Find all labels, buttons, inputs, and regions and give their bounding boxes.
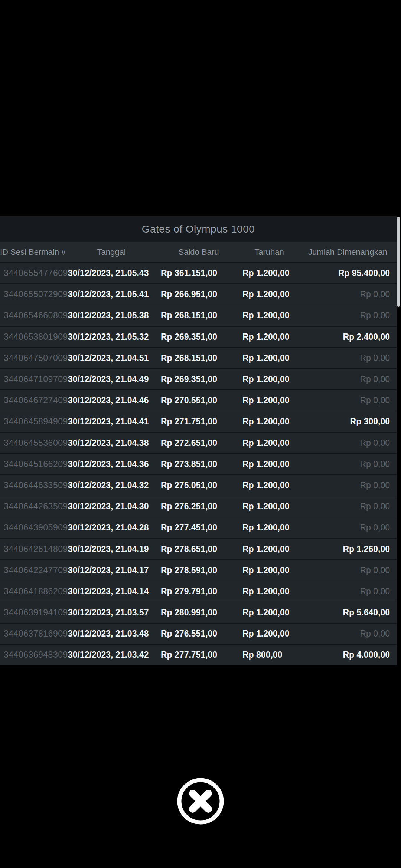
cell-amount-won: Rp 0,00 <box>299 480 397 490</box>
table-row: 34406439059092 30/12/2023, 21.04.28 Rp 2… <box>0 517 397 538</box>
cell-date: 30/12/2023, 21.04.32 <box>65 480 158 490</box>
cell-amount-won: Rp 0,00 <box>299 565 397 575</box>
table-row: 34406554776092 30/12/2023, 21.05.43 Rp 3… <box>0 262 397 283</box>
cell-bet: Rp 1.200,00 <box>239 374 299 384</box>
cell-new-balance: Rp 276.551,00 <box>158 629 239 639</box>
cell-date: 30/12/2023, 21.04.28 <box>65 523 158 533</box>
cell-date: 30/12/2023, 21.03.57 <box>65 608 158 618</box>
cell-session-id: 34406426148092 <box>0 544 65 554</box>
cell-new-balance: Rp 280.991,00 <box>158 608 239 618</box>
cell-new-balance: Rp 272.651,00 <box>158 438 239 448</box>
cell-bet: Rp 1.200,00 <box>239 438 299 448</box>
cell-new-balance: Rp 273.851,00 <box>158 459 239 469</box>
cell-bet: Rp 1.200,00 <box>239 629 299 639</box>
cell-bet: Rp 1.200,00 <box>239 417 299 427</box>
column-header-bet: Taruhan <box>239 247 299 257</box>
close-icon <box>176 777 225 826</box>
table-row: 34406471097092 30/12/2023, 21.04.49 Rp 2… <box>0 368 397 389</box>
cell-amount-won: Rp 0,00 <box>299 586 397 596</box>
table-header-row: ID Sesi Bermain # Tanggal Saldo Baru Tar… <box>0 242 397 262</box>
cell-session-id: 34406391941092 <box>0 608 65 618</box>
table-row: 34406391941092 30/12/2023, 21.03.57 Rp 2… <box>0 602 397 623</box>
cell-new-balance: Rp 266.951,00 <box>158 289 239 299</box>
cell-new-balance: Rp 276.251,00 <box>158 502 239 512</box>
cell-date: 30/12/2023, 21.04.38 <box>65 438 158 448</box>
cell-bet: Rp 1.200,00 <box>239 395 299 405</box>
cell-amount-won: Rp 4.000,00 <box>299 650 397 660</box>
cell-bet: Rp 1.200,00 <box>239 502 299 512</box>
cell-bet: Rp 1.200,00 <box>239 268 299 278</box>
table-row: 34406475070092 30/12/2023, 21.04.51 Rp 2… <box>0 347 397 368</box>
cell-bet: Rp 1.200,00 <box>239 544 299 554</box>
game-title: Gates of Olympus 1000 <box>0 216 397 242</box>
cell-session-id: 34406546608092 <box>0 310 65 320</box>
cell-bet: Rp 1.200,00 <box>239 289 299 299</box>
cell-amount-won: Rp 0,00 <box>299 502 397 512</box>
cell-date: 30/12/2023, 21.05.43 <box>65 268 158 278</box>
table-row: 34406458949092 30/12/2023, 21.04.41 Rp 2… <box>0 411 397 432</box>
table-row: 34406442635092 30/12/2023, 21.04.30 Rp 2… <box>0 496 397 517</box>
cell-amount-won: Rp 0,00 <box>299 353 397 363</box>
cell-session-id: 34406554776092 <box>0 268 65 278</box>
column-header-amount-won: Jumlah Dimenangkan <box>299 247 397 257</box>
table-row: 34406418862092 30/12/2023, 21.04.14 Rp 2… <box>0 581 397 602</box>
cell-new-balance: Rp 268.151,00 <box>158 310 239 320</box>
cell-new-balance: Rp 269.351,00 <box>158 332 239 342</box>
cell-bet: Rp 1.200,00 <box>239 459 299 469</box>
cell-date: 30/12/2023, 21.04.51 <box>65 353 158 363</box>
cell-amount-won: Rp 0,00 <box>299 310 397 320</box>
table-row: 34406546608092 30/12/2023, 21.05.38 Rp 2… <box>0 305 397 326</box>
cell-new-balance: Rp 361.151,00 <box>158 268 239 278</box>
cell-date: 30/12/2023, 21.03.42 <box>65 650 158 660</box>
cell-date: 30/12/2023, 21.04.41 <box>65 417 158 427</box>
cell-bet: Rp 1.200,00 <box>239 565 299 575</box>
cell-amount-won: Rp 0,00 <box>299 523 397 533</box>
table-row: 34406451662092 30/12/2023, 21.04.36 Rp 2… <box>0 453 397 474</box>
cell-session-id: 34406439059092 <box>0 523 65 533</box>
cell-new-balance: Rp 277.451,00 <box>158 523 239 533</box>
table-row: 34406369483092 30/12/2023, 21.03.42 Rp 2… <box>0 644 397 665</box>
cell-session-id: 34406538019092 <box>0 332 65 342</box>
cell-date: 30/12/2023, 21.04.49 <box>65 374 158 384</box>
cell-amount-won: Rp 1.260,00 <box>299 544 397 554</box>
column-header-session-id: ID Sesi Bermain # <box>0 247 65 257</box>
cell-amount-won: Rp 0,00 <box>299 374 397 384</box>
cell-bet: Rp 1.200,00 <box>239 332 299 342</box>
cell-session-id: 34406550729092 <box>0 289 65 299</box>
table-row: 34406467274092 30/12/2023, 21.04.46 Rp 2… <box>0 389 397 411</box>
scrollbar-thumb[interactable] <box>397 217 400 307</box>
cell-amount-won: Rp 300,00 <box>299 417 397 427</box>
cell-new-balance: Rp 271.751,00 <box>158 417 239 427</box>
close-button[interactable] <box>176 777 225 826</box>
cell-session-id: 34406369483092 <box>0 650 65 660</box>
cell-date: 30/12/2023, 21.04.46 <box>65 395 158 405</box>
cell-session-id: 34406442635092 <box>0 502 65 512</box>
cell-session-id: 34406467274092 <box>0 395 65 405</box>
table-row: 34406550729092 30/12/2023, 21.05.41 Rp 2… <box>0 283 397 305</box>
cell-amount-won: Rp 0,00 <box>299 438 397 448</box>
cell-session-id: 34406378169092 <box>0 629 65 639</box>
cell-session-id: 34406455360092 <box>0 438 65 448</box>
cell-amount-won: Rp 0,00 <box>299 395 397 405</box>
cell-bet: Rp 1.200,00 <box>239 523 299 533</box>
session-history-table[interactable]: 34406554776092 30/12/2023, 21.05.43 Rp 3… <box>0 262 397 665</box>
cell-new-balance: Rp 277.751,00 <box>158 650 239 660</box>
cell-bet: Rp 800,00 <box>239 650 299 660</box>
table-row: 34406446335092 30/12/2023, 21.04.32 Rp 2… <box>0 474 397 496</box>
cell-amount-won: Rp 0,00 <box>299 629 397 639</box>
cell-new-balance: Rp 270.551,00 <box>158 395 239 405</box>
cell-new-balance: Rp 275.051,00 <box>158 480 239 490</box>
cell-session-id: 34406475070092 <box>0 353 65 363</box>
cell-new-balance: Rp 278.651,00 <box>158 544 239 554</box>
cell-date: 30/12/2023, 21.05.38 <box>65 310 158 320</box>
cell-session-id: 34406422477092 <box>0 565 65 575</box>
table-row: 34406422477092 30/12/2023, 21.04.17 Rp 2… <box>0 559 397 581</box>
cell-amount-won: Rp 0,00 <box>299 289 397 299</box>
game-history-modal: Gates of Olympus 1000 ID Sesi Bermain # … <box>0 216 397 651</box>
cell-new-balance: Rp 268.151,00 <box>158 353 239 363</box>
cell-session-id: 34406418862092 <box>0 586 65 596</box>
cell-bet: Rp 1.200,00 <box>239 586 299 596</box>
cell-amount-won: Rp 5.640,00 <box>299 608 397 618</box>
cell-date: 30/12/2023, 21.04.36 <box>65 459 158 469</box>
column-header-date: Tanggal <box>65 247 158 257</box>
